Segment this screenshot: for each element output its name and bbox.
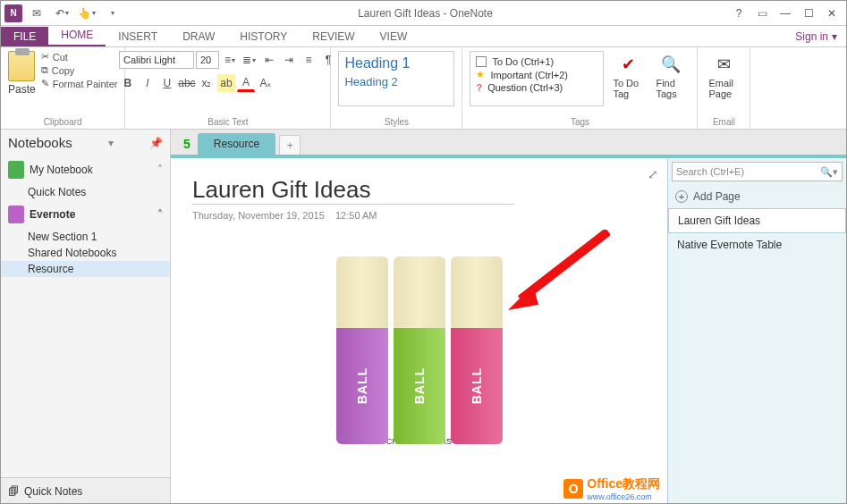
tab-home[interactable]: HOME	[48, 25, 106, 46]
notebook-icon	[8, 206, 24, 223]
checkmark-icon: ✔	[616, 53, 639, 76]
group-styles: Heading 1 Heading 2 Styles	[331, 47, 462, 129]
page-image[interactable]: BALL BALL BALL	[192, 256, 646, 444]
notebooks-sidebar: Notebooks ▾ 📌 My Notebook ˄ Quick Notes …	[1, 130, 171, 504]
font-color-button[interactable]: A	[237, 74, 255, 92]
titlebar: N ✉ ↶▾ 👆▾ ▾ Lauren Gift Ideas - OneNote …	[1, 1, 846, 26]
add-section-button[interactable]: +	[279, 135, 301, 155]
add-page-button[interactable]: + Add Page	[668, 185, 846, 208]
numbering-button[interactable]: ≣▾	[241, 51, 258, 69]
tag-important[interactable]: ★Important (Ctrl+2)	[476, 68, 597, 81]
tab-file[interactable]: FILE	[1, 27, 48, 46]
section-tabs: 5 Resource +	[171, 130, 846, 155]
style-heading2[interactable]: Heading 2	[344, 73, 448, 90]
section-shared-notebooks[interactable]: Shared Notebooks	[1, 245, 170, 261]
indent-button[interactable]: ⇥	[280, 51, 298, 69]
group-label-styles: Styles	[385, 115, 409, 127]
find-tags-button[interactable]: 🔍Find Tags	[652, 51, 690, 101]
scissors-icon	[41, 51, 49, 63]
quick-access-toolbar: N ✉ ↶▾ 👆▾ ▾	[4, 4, 123, 22]
todo-tag-button[interactable]: ✔To Do Tag	[609, 51, 647, 101]
copy-icon	[41, 64, 48, 76]
sidebar-dropdown-icon[interactable]: ▾	[108, 137, 114, 149]
copy-button[interactable]: Copy	[41, 64, 118, 76]
bold-button[interactable]: B	[119, 74, 137, 92]
underline-button[interactable]: U	[158, 74, 176, 92]
pin-icon[interactable]: 📌	[149, 137, 163, 149]
window-title: Lauren Gift Ideas - OneNote	[123, 7, 728, 20]
styles-gallery[interactable]: Heading 1 Heading 2	[338, 51, 454, 106]
search-icon: 🔍▾	[820, 166, 838, 178]
fullscreen-icon[interactable]: ⤢	[648, 167, 658, 181]
notebook-my-notebook[interactable]: My Notebook ˄	[1, 155, 170, 184]
quick-notes-icon: 🗐	[8, 485, 19, 498]
tag-question[interactable]: ?Question (Ctrl+3)	[476, 81, 597, 94]
page-item-native-evernote[interactable]: Native Evernote Table	[668, 233, 846, 257]
notebook-icon	[8, 161, 24, 179]
signin-chevron-icon: ▾	[832, 30, 837, 43]
strike-button[interactable]: abc	[178, 74, 196, 92]
minimize-button[interactable]: —	[775, 4, 796, 22]
paste-icon	[8, 51, 35, 81]
outdent-button[interactable]: ⇤	[260, 51, 278, 69]
page-canvas[interactable]: ⤢ Lauren Gift Ideas Thursday, November 1…	[171, 158, 667, 504]
tab-review[interactable]: REVIEW	[300, 27, 367, 46]
tab-view[interactable]: VIEW	[368, 27, 420, 46]
search-icon: 🔍	[659, 53, 682, 76]
section-tab-resource[interactable]: Resource	[198, 133, 275, 155]
search-input[interactable]: Search (Ctrl+E)🔍▾	[672, 162, 843, 181]
group-label-clipboard: Clipboard	[44, 115, 82, 127]
highlight-button[interactable]: ab	[217, 74, 235, 92]
ribbon: Paste Cut Copy Format Painter Clipboard …	[1, 47, 846, 130]
subscript-button[interactable]: x₂	[198, 74, 216, 92]
page-title[interactable]: Lauren Gift Ideas	[192, 176, 514, 205]
group-label-basictext: Basic Text	[208, 115, 248, 127]
section-resource[interactable]: Resource	[1, 261, 170, 277]
tags-gallery[interactable]: To Do (Ctrl+1) ★Important (Ctrl+2) ?Ques…	[470, 51, 604, 106]
page-item-lauren[interactable]: Lauren Gift Ideas	[668, 208, 846, 233]
pages-panel: Search (Ctrl+E)🔍▾ + Add Page Lauren Gift…	[667, 158, 846, 504]
email-page-button[interactable]: ✉Email Page	[705, 51, 742, 101]
qat-customize-icon[interactable]: ▾	[101, 4, 123, 22]
question-icon: ?	[476, 82, 482, 93]
section-new-section-1[interactable]: New Section 1	[1, 229, 170, 245]
qat-send-icon[interactable]: ✉	[26, 4, 47, 22]
annotation-arrow-icon	[503, 230, 610, 319]
onenote-app-icon[interactable]: N	[4, 4, 22, 22]
font-name-select[interactable]: Calibri Light	[119, 51, 194, 69]
sign-in-link[interactable]: Sign in ▾	[786, 27, 846, 46]
quick-notes-footer[interactable]: 🗐 Quick Notes	[1, 477, 170, 504]
tab-history[interactable]: HISTORY	[227, 27, 300, 46]
content-area: Notebooks ▾ 📌 My Notebook ˄ Quick Notes …	[1, 130, 846, 504]
qat-undo-icon[interactable]: ↶▾	[51, 4, 72, 22]
checkbox-icon	[476, 56, 487, 67]
style-heading1[interactable]: Heading 1	[344, 54, 448, 73]
section-quick-notes[interactable]: Quick Notes	[1, 184, 170, 200]
tab-insert[interactable]: INSERT	[106, 27, 170, 46]
align-button[interactable]: ≡	[300, 51, 318, 69]
cut-button[interactable]: Cut	[41, 51, 118, 63]
tag-todo[interactable]: To Do (Ctrl+1)	[476, 55, 597, 68]
font-size-select[interactable]: 20	[196, 51, 219, 69]
chevron-up-icon: ˄	[157, 208, 163, 221]
main-area: 5 Resource + ⤢ Lauren Gift Ideas Thursda…	[171, 130, 846, 504]
qat-touch-icon[interactable]: 👆▾	[76, 4, 97, 22]
notebook-evernote[interactable]: Evernote ˄	[1, 200, 170, 229]
help-icon[interactable]: ?	[728, 4, 750, 22]
format-painter-button[interactable]: Format Painter	[41, 78, 118, 89]
bullets-button[interactable]: ≡▾	[221, 51, 239, 69]
close-button[interactable]: ✕	[821, 4, 843, 22]
clear-format-button[interactable]: Aₓ	[257, 74, 275, 92]
ribbon-tabs: FILE HOME INSERT DRAW HISTORY REVIEW VIE…	[1, 26, 846, 47]
paste-button[interactable]: Paste	[8, 51, 36, 96]
page-date: Thursday, November 19, 2015 12:50 AM	[192, 210, 646, 221]
watermark-icon: O	[563, 479, 583, 499]
tab-draw[interactable]: DRAW	[170, 27, 227, 46]
group-basic-text: Calibri Light 20 ≡▾ ≣▾ ⇤ ⇥ ≡ ¶ B I U abc…	[125, 47, 331, 129]
group-label-email: Email	[713, 115, 735, 127]
maximize-button[interactable]: ☐	[798, 4, 819, 22]
ribbon-options-icon[interactable]: ▭	[751, 4, 773, 22]
brush-icon	[41, 78, 49, 89]
sidebar-title: Notebooks	[8, 135, 72, 150]
italic-button[interactable]: I	[139, 74, 157, 92]
